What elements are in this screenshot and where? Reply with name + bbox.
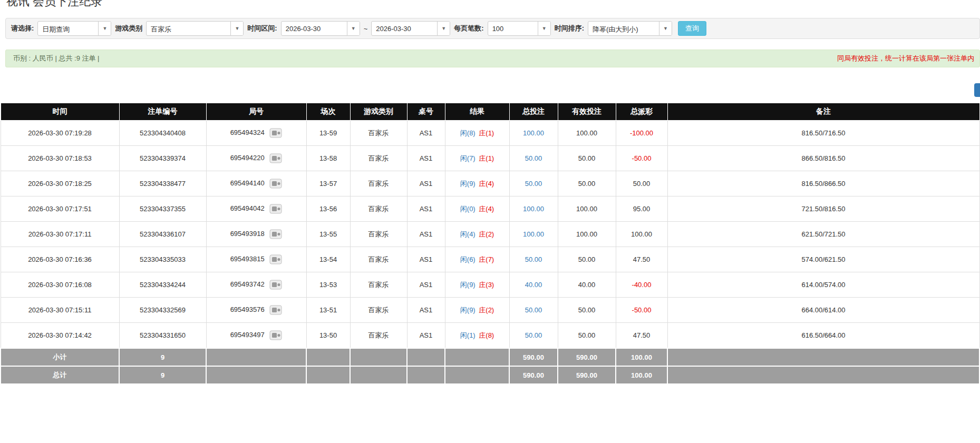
cell-table-no: AS1 (407, 196, 445, 222)
result-banker: 庄(1) (479, 129, 494, 137)
chevron-down-icon[interactable]: ▼ (538, 22, 550, 35)
cell-bet-id: 523304334244 (119, 272, 206, 298)
cell-result: 闲(7) 庄(1) (445, 146, 509, 171)
cell-round-id: 695493497 (206, 323, 306, 349)
total-row: 总计 9 590.00 590.00 100.00 (1, 366, 979, 384)
result-banker: 庄(4) (479, 180, 494, 188)
per-page-select[interactable]: 100 ▼ (488, 21, 551, 36)
cell-game: 百家乐 (350, 171, 407, 196)
subtotal-total-bet: 590.00 (509, 348, 558, 366)
sort-select[interactable]: 降幂(由大到小) ▼ (588, 21, 672, 36)
total-bet-link[interactable]: 100.00 (523, 205, 544, 213)
footer-empty-cell (407, 348, 445, 366)
cell-payout: -50.00 (616, 298, 667, 323)
cell-result: 闲(9) 庄(2) (445, 298, 509, 323)
chevron-down-icon[interactable]: ▼ (437, 22, 450, 35)
replay-video-icon[interactable] (269, 179, 282, 189)
time-range-label: 时间区间: (247, 24, 277, 33)
cell-session: 13-57 (306, 171, 350, 196)
total-payout: 100.00 (616, 366, 667, 384)
export-button[interactable] (974, 83, 980, 97)
round-id-text: 695494220 (230, 154, 265, 162)
cell-payout: 47.50 (616, 247, 667, 272)
total-bet-link[interactable]: 50.00 (525, 331, 542, 339)
date-from-select[interactable]: 2026-03-30 ▼ (281, 21, 360, 36)
game-category-select[interactable]: 百家乐 ▼ (146, 21, 244, 36)
replay-video-icon[interactable] (269, 254, 282, 264)
footer-empty-cell (407, 366, 445, 384)
total-bet-link[interactable]: 40.00 (525, 281, 542, 289)
total-bet-link[interactable]: 50.00 (525, 154, 542, 162)
cell-result: 闲(1) 庄(8) (445, 323, 509, 349)
footer-empty-cell (667, 348, 979, 366)
total-bet-link[interactable]: 50.00 (525, 306, 542, 314)
subtotal-row: 小计 9 590.00 590.00 100.00 (1, 348, 979, 366)
replay-video-icon[interactable] (269, 128, 282, 138)
table-row: 2026-03-30 07:18:25 523304338477 6954941… (1, 171, 979, 196)
cell-time: 2026-03-30 07:16:08 (1, 272, 119, 298)
replay-video-icon[interactable] (269, 305, 282, 315)
result-banker: 庄(7) (479, 255, 494, 263)
cell-valid-bet: 50.00 (558, 171, 616, 196)
cell-game: 百家乐 (350, 121, 407, 146)
total-bet-link[interactable]: 100.00 (523, 230, 544, 238)
cell-time: 2026-03-30 07:17:11 (1, 222, 119, 247)
cell-remark: 664.00/614.00 (667, 298, 979, 323)
footer-empty-cell (206, 366, 306, 384)
game-category-label: 游戏类别 (115, 24, 142, 33)
cell-bet-id: 523304336107 (119, 222, 206, 247)
cell-round-id: 695493576 (206, 298, 306, 323)
date-from-value: 2026-03-30 (282, 22, 347, 35)
header-time: 时间 (1, 103, 119, 121)
chevron-down-icon[interactable]: ▼ (659, 22, 672, 35)
replay-video-icon[interactable] (269, 330, 282, 340)
chevron-down-icon[interactable]: ▼ (230, 22, 243, 35)
cell-time: 2026-03-30 07:16:36 (1, 247, 119, 272)
total-count: 9 (119, 366, 206, 384)
cell-total-bet: 40.00 (509, 272, 558, 298)
cell-total-bet: 50.00 (509, 323, 558, 349)
replay-video-icon[interactable] (269, 280, 282, 290)
cell-result: 闲(8) 庄(1) (445, 121, 509, 146)
footer-empty-cell (350, 366, 407, 384)
query-type-value: 日期查询 (38, 22, 98, 35)
cell-game: 百家乐 (350, 298, 407, 323)
subtotal-label: 小计 (1, 348, 119, 366)
cell-game: 百家乐 (350, 247, 407, 272)
cell-total-bet: 50.00 (509, 247, 558, 272)
cell-valid-bet: 50.00 (558, 146, 616, 171)
header-bet-id: 注单编号 (119, 103, 206, 121)
total-bet-link[interactable]: 100.00 (523, 129, 544, 137)
filter-bar: 请选择: 日期查询 ▼ 游戏类别 百家乐 ▼ 时间区间: 2026-03-30 … (5, 18, 980, 39)
cell-result: 闲(0) 庄(4) (445, 196, 509, 222)
cell-bet-id: 523304339374 (119, 146, 206, 171)
header-valid-bet: 有效投注 (558, 103, 616, 121)
cell-remark: 616.50/664.00 (667, 323, 979, 349)
cell-payout: -50.00 (616, 146, 667, 171)
query-type-select[interactable]: 日期查询 ▼ (37, 21, 111, 36)
table-header-row: 时间 注单编号 局号 场次 游戏类别 桌号 结果 总投注 有效投注 总派彩 备注 (1, 103, 979, 121)
round-id-text: 695493742 (230, 280, 265, 288)
cell-round-id: 695493742 (206, 272, 306, 298)
cell-table-no: AS1 (407, 272, 445, 298)
date-to-value: 2026-03-30 (372, 22, 437, 35)
replay-video-icon[interactable] (269, 153, 282, 163)
result-banker: 庄(1) (479, 154, 494, 162)
query-button[interactable]: 查询 (678, 21, 706, 36)
result-player: 闲(1) (460, 331, 476, 339)
result-player: 闲(9) (460, 281, 476, 289)
chevron-down-icon[interactable]: ▼ (98, 22, 111, 35)
replay-video-icon[interactable] (269, 204, 282, 214)
total-bet-link[interactable]: 50.00 (525, 255, 542, 263)
total-bet-link[interactable]: 50.00 (525, 180, 542, 188)
cell-session: 13-55 (306, 222, 350, 247)
cell-valid-bet: 100.00 (558, 121, 616, 146)
replay-video-icon[interactable] (269, 229, 282, 239)
cell-session: 13-59 (306, 121, 350, 146)
header-round-id: 局号 (206, 103, 306, 121)
cell-session: 13-58 (306, 146, 350, 171)
chevron-down-icon[interactable]: ▼ (347, 22, 360, 35)
currency-total-text: 币别 : 人民币 | 总共 :9 注单 | (13, 54, 100, 63)
per-page-label: 每页笔数: (454, 24, 483, 33)
date-to-select[interactable]: 2026-03-30 ▼ (371, 21, 450, 36)
